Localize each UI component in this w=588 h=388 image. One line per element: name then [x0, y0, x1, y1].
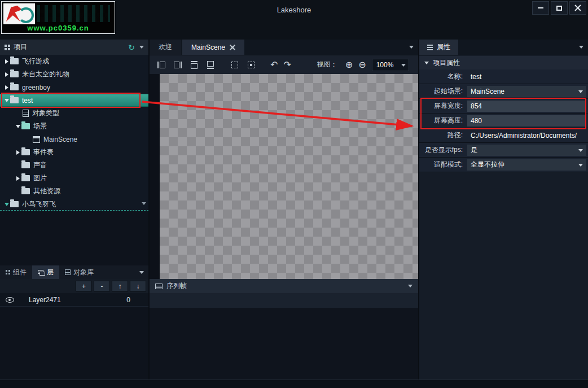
tree-item[interactable]: 事件表 — [0, 146, 148, 159]
refresh-icon[interactable] — [128, 43, 135, 51]
property-row-start-scene: 起始场景: MainScene — [419, 84, 588, 99]
add-layer-button[interactable]: + — [76, 281, 92, 291]
properties-tab-bar: 属性 — [419, 40, 588, 55]
tab-label: 欢迎 — [159, 42, 172, 52]
tab-welcome[interactable]: 欢迎 — [150, 40, 181, 55]
project-menu-caret-icon[interactable] — [139, 46, 144, 49]
chevron-right-icon[interactable] — [15, 176, 21, 181]
zoom-level-select[interactable]: 100% — [372, 59, 409, 71]
site-logo: www.pc0359.cn — [1, 1, 115, 34]
align-bottom-icon[interactable] — [205, 60, 216, 70]
tab-object-library[interactable]: 对象库 — [59, 265, 99, 279]
tabs-menu-caret-icon[interactable] — [139, 271, 144, 274]
zoom-out-icon[interactable] — [358, 60, 366, 70]
section-collapse-caret-icon[interactable] — [424, 62, 429, 64]
sequence-menu-caret-icon[interactable] — [408, 285, 413, 287]
editor-toolbar: 视图： 100% — [150, 55, 418, 74]
maximize-button[interactable] — [551, 1, 568, 15]
chevron-down-icon[interactable] — [3, 99, 10, 102]
field-value: 854 — [471, 102, 482, 110]
canvas-area — [150, 74, 418, 279]
tree-item[interactable]: 场景 — [0, 120, 148, 133]
close-button[interactable] — [569, 1, 586, 15]
tree-item[interactable]: 来自太空的礼物 — [0, 68, 148, 81]
align-right-icon[interactable] — [173, 60, 183, 70]
scrollbar-down-icon[interactable] — [142, 199, 146, 207]
screen-width-field[interactable]: 854 — [467, 101, 586, 112]
property-row-name: 名称: test — [419, 69, 588, 84]
editor-tabs-menu-caret-icon[interactable] — [409, 46, 414, 49]
property-row-show-fps: 是否显示fps: 是 — [419, 143, 588, 158]
undo-icon[interactable] — [270, 60, 278, 70]
chevron-right-icon[interactable] — [3, 72, 10, 77]
chevron-down-icon[interactable] — [15, 125, 21, 128]
properties-icon — [427, 45, 433, 50]
redo-icon[interactable] — [283, 60, 291, 70]
zoom-select-caret-icon — [401, 64, 406, 67]
sequence-frames-header[interactable]: 序列帧 — [150, 279, 418, 293]
layer-row[interactable]: Layer2471 0 — [0, 293, 148, 307]
start-scene-dropdown[interactable]: MainScene — [467, 86, 586, 97]
align-left-icon[interactable] — [156, 60, 166, 70]
zoom-in-icon[interactable] — [345, 60, 353, 70]
filmstrip-icon — [155, 284, 163, 289]
chevron-right-icon[interactable] — [15, 150, 21, 155]
tree-item[interactable]: MainScene — [0, 133, 148, 146]
tree-item-label: 其他资源 — [33, 186, 60, 196]
chevron-right-icon[interactable] — [3, 59, 10, 64]
property-label: 屏幕宽度: — [419, 101, 466, 111]
chevron-down-icon[interactable] — [3, 203, 10, 206]
tree-item[interactable]: 飞行游戏 — [0, 55, 148, 68]
property-label: 是否显示fps: — [419, 145, 466, 155]
fit-selection-icon[interactable] — [246, 60, 256, 70]
maximize-icon — [556, 6, 562, 11]
status-bar — [0, 380, 588, 388]
tree-item[interactable]: 其他资源 — [0, 185, 148, 198]
layer-name: Layer2471 — [29, 296, 61, 304]
project-tree: 飞行游戏 来自太空的礼物 greenboy test 对象类型 场景 — [0, 55, 148, 211]
tree-item-selected[interactable]: test — [0, 94, 148, 107]
zoom-level-value: 100% — [376, 61, 394, 69]
folder-icon — [10, 201, 19, 207]
section-project-properties[interactable]: 项目属性 — [419, 56, 588, 69]
fit-mode-dropdown[interactable]: 全显不拉伸 — [467, 159, 586, 171]
tab-close-icon[interactable] — [230, 45, 235, 50]
scene-canvas[interactable] — [160, 74, 418, 279]
project-panel-header: 项目 — [0, 40, 148, 55]
project-icon — [5, 45, 10, 50]
show-fps-dropdown[interactable]: 是 — [467, 145, 586, 156]
tab-mainscene[interactable]: MainScene — [182, 40, 244, 55]
path-field[interactable]: C:/Users/Administrator/Documents/ — [467, 130, 586, 141]
logo-url-text: www.pc0359.cn — [2, 24, 115, 32]
tree-item[interactable]: 小鸟飞呀飞 — [0, 198, 148, 211]
tree-item-label: 来自太空的礼物 — [22, 69, 69, 79]
screen-height-field[interactable]: 480 — [467, 115, 586, 127]
chevron-right-icon[interactable] — [3, 85, 10, 90]
tab-layers[interactable]: 层 — [32, 265, 59, 279]
minimize-button[interactable] — [532, 1, 549, 15]
field-value: 480 — [471, 117, 482, 125]
folder-icon — [21, 188, 30, 194]
components-icon — [6, 270, 10, 274]
tree-item[interactable]: 对象类型 — [0, 107, 148, 120]
tab-properties[interactable]: 属性 — [419, 40, 458, 55]
tree-item[interactable]: greenboy — [0, 81, 148, 94]
tree-item-label: greenboy — [22, 84, 50, 91]
tree-item[interactable]: 图片 — [0, 172, 148, 185]
remove-layer-button[interactable]: - — [94, 281, 110, 291]
selection-frame-icon[interactable] — [230, 60, 240, 70]
name-field[interactable]: test — [467, 71, 586, 82]
align-top-icon[interactable] — [189, 60, 199, 70]
field-value: 是 — [471, 145, 477, 155]
visibility-eye-icon[interactable] — [6, 297, 14, 303]
tree-item[interactable]: 声音 — [0, 159, 148, 172]
tab-components[interactable]: 组件 — [0, 265, 32, 279]
field-value: 全显不拉伸 — [471, 160, 504, 169]
logo-emblem-icon — [3, 3, 35, 24]
properties-menu-caret-icon[interactable] — [579, 46, 583, 49]
move-layer-down-button[interactable]: ↓ — [130, 281, 146, 291]
property-rows: 名称: test 起始场景: MainScene 屏幕宽度: 854 屏幕高度:… — [419, 69, 588, 172]
sequence-frames-track[interactable] — [150, 293, 418, 308]
move-layer-up-button[interactable]: ↑ — [112, 281, 128, 291]
property-row-screen-height: 屏幕高度: 480 — [419, 114, 588, 128]
